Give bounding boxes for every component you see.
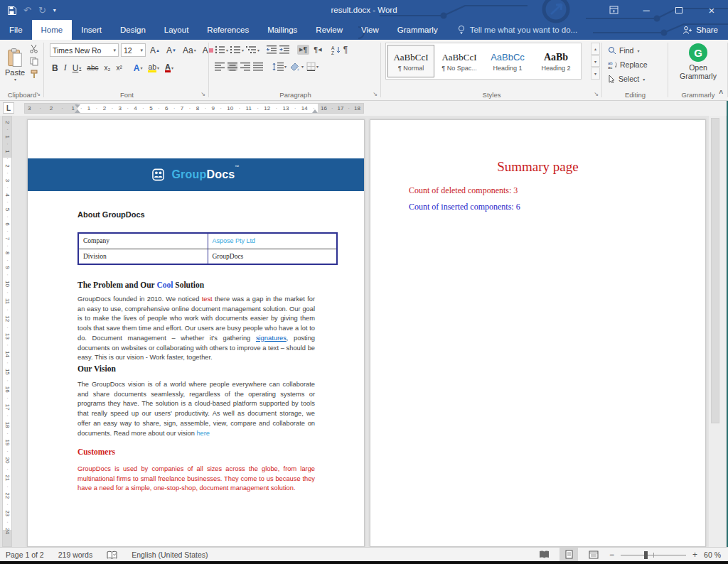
align-right-icon[interactable] xyxy=(240,63,250,71)
close-icon[interactable]: × xyxy=(695,0,728,20)
tab-mailings[interactable]: Mailings xyxy=(258,20,306,40)
vision-paragraph[interactable]: The GroupDocs vision is of a world where… xyxy=(77,380,315,438)
style-no-spacing[interactable]: AaBbCcI ¶ No Spac... xyxy=(436,45,483,77)
summary-deleted-line[interactable]: Count of deleted components: 3 xyxy=(409,185,518,196)
table-cell-division-value[interactable]: GroupDocs xyxy=(208,249,337,264)
collapse-ribbon-icon[interactable]: ^ xyxy=(719,90,723,97)
page-indicator[interactable]: Page 1 of 2 xyxy=(6,551,44,559)
tab-stop-selector[interactable]: L xyxy=(3,102,14,114)
underline-button[interactable]: U xyxy=(70,63,84,74)
vertical-scrollbar[interactable] xyxy=(709,116,726,547)
summary-title[interactable]: Summary page xyxy=(370,159,705,175)
style-heading-2[interactable]: AaBb Heading 2 xyxy=(532,45,579,77)
vision-heading[interactable]: Our Vision xyxy=(77,364,116,373)
styles-more-icon[interactable]: ▾ xyxy=(591,67,600,80)
show-paragraph-marks-icon[interactable]: ¶ xyxy=(343,45,348,55)
zoom-level[interactable]: 60 % xyxy=(704,551,721,559)
styles-scroll-up-icon[interactable]: ▴ xyxy=(591,43,600,55)
read-mode-icon[interactable] xyxy=(535,548,553,561)
zoom-slider[interactable] xyxy=(621,551,686,559)
zoom-slider-thumb[interactable] xyxy=(644,551,648,559)
shading-icon[interactable] xyxy=(289,62,304,71)
sort-icon[interactable]: AZ xyxy=(331,45,341,55)
decrease-indent-icon[interactable] xyxy=(267,45,277,54)
select-button[interactable]: Select xyxy=(608,72,648,85)
text-highlight-button[interactable]: ab xyxy=(146,63,161,73)
font-color-button[interactable]: A xyxy=(163,63,176,73)
font-size-combo[interactable]: 12 xyxy=(121,43,146,57)
language-indicator[interactable]: English (United States) xyxy=(132,551,208,559)
problem-heading[interactable]: The Problem and Our Cool Solution xyxy=(77,281,204,289)
tab-references[interactable]: References xyxy=(198,20,258,40)
subscript-button[interactable]: x₂ xyxy=(102,63,112,72)
first-line-indent-marker[interactable] xyxy=(75,104,80,108)
styles-scroll-down-icon[interactable]: ▾ xyxy=(591,55,600,67)
multilevel-list-icon[interactable] xyxy=(246,45,259,54)
open-grammarly-button[interactable]: G Open Grammarly xyxy=(668,43,728,80)
find-button[interactable]: Find xyxy=(608,44,648,57)
style-normal[interactable]: AaBbCcI ¶ Normal xyxy=(387,45,434,77)
tab-layout[interactable]: Layout xyxy=(155,20,198,40)
strikethrough-button[interactable]: abc xyxy=(85,63,100,72)
change-case-button[interactable]: Aa xyxy=(181,45,198,56)
share-button[interactable]: Share xyxy=(682,20,718,40)
problem-paragraph[interactable]: GroupDocs founded in 2010. We noticed te… xyxy=(77,295,315,363)
clipboard-dialog-launcher[interactable] xyxy=(34,90,42,98)
format-painter-icon[interactable] xyxy=(29,70,38,79)
tab-view[interactable]: View xyxy=(352,20,388,40)
superscript-button[interactable]: x² xyxy=(114,63,124,72)
style-heading-1[interactable]: AaBbCc Heading 1 xyxy=(484,45,531,77)
increase-indent-icon[interactable] xyxy=(279,45,290,54)
table-cell-division-key[interactable]: Division xyxy=(78,249,208,264)
table-cell-company-key[interactable]: Company xyxy=(78,233,208,249)
borders-icon[interactable] xyxy=(306,62,318,71)
bullets-icon[interactable] xyxy=(215,45,228,54)
svg-text:ac: ac xyxy=(608,65,612,69)
cut-icon[interactable] xyxy=(29,44,38,53)
font-dialog-launcher[interactable] xyxy=(199,90,207,98)
ltr-direction-icon[interactable]: ▶¶ xyxy=(297,45,309,55)
web-layout-icon[interactable] xyxy=(584,548,603,561)
align-center-icon[interactable] xyxy=(228,63,237,71)
scrollbar-thumb[interactable] xyxy=(711,118,719,423)
italic-button[interactable]: I xyxy=(62,62,69,74)
styles-dialog-launcher[interactable] xyxy=(592,90,600,98)
paragraph-dialog-launcher[interactable] xyxy=(371,90,379,98)
align-left-icon[interactable] xyxy=(215,63,225,71)
font-name-combo[interactable]: Times New Ro xyxy=(50,43,119,57)
tab-file[interactable]: File xyxy=(0,20,32,40)
horizontal-ruler[interactable]: 3·2·1 ·1·2·3·4·5·6·7·8·9·10·11·12·13·14·… xyxy=(24,103,364,114)
tab-grammarly[interactable]: Grammarly xyxy=(388,20,447,40)
tab-design[interactable]: Design xyxy=(111,20,155,40)
line-spacing-icon[interactable] xyxy=(272,63,287,71)
rtl-direction-icon[interactable]: ¶◀ xyxy=(311,45,323,55)
tell-me-box[interactable]: Tell me what you want to do... xyxy=(457,20,578,40)
tab-home[interactable]: Home xyxy=(32,20,73,40)
zoom-out-icon[interactable]: − xyxy=(609,550,614,560)
zoom-in-icon[interactable]: + xyxy=(692,550,697,560)
shrink-font-button[interactable]: A▼ xyxy=(164,45,178,56)
text-effects-button[interactable]: A xyxy=(132,63,145,74)
grow-font-button[interactable]: A▲ xyxy=(148,45,162,56)
word-count[interactable]: 219 words xyxy=(58,551,92,559)
about-heading[interactable]: About GroupDocs xyxy=(77,210,145,219)
minimize-icon[interactable]: ─ xyxy=(630,0,663,20)
numbering-icon[interactable] xyxy=(230,45,244,54)
maximize-icon[interactable] xyxy=(663,0,695,20)
hanging-indent-marker[interactable] xyxy=(75,109,80,113)
table-cell-company-value[interactable]: Aspose Pty Ltd xyxy=(208,233,337,249)
customers-heading[interactable]: Customers xyxy=(77,448,115,456)
ribbon-display-options-icon[interactable] xyxy=(597,0,630,20)
right-indent-marker[interactable] xyxy=(312,109,318,113)
bold-button[interactable]: B xyxy=(50,63,60,74)
tab-review[interactable]: Review xyxy=(306,20,352,40)
copy-icon[interactable] xyxy=(29,57,38,66)
customers-paragraph[interactable]: GroupDocs is used by companies of all si… xyxy=(77,465,315,494)
summary-inserted-line[interactable]: Count of inserted components: 6 xyxy=(409,202,520,212)
replace-button[interactable]: abac Replace xyxy=(608,58,648,71)
tab-insert[interactable]: Insert xyxy=(72,20,111,40)
print-layout-icon[interactable] xyxy=(560,548,578,561)
proofing-status-icon[interactable] xyxy=(107,551,117,559)
paste-button[interactable]: Paste xyxy=(3,43,27,87)
justify-icon[interactable] xyxy=(253,63,263,71)
